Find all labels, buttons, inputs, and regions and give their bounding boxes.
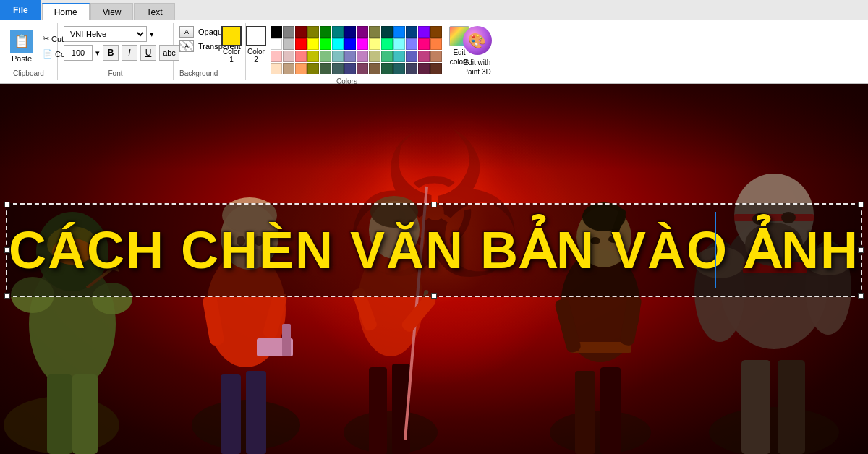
tab-home[interactable]: Home [42, 3, 90, 20]
font-group: VNI-Helve ▾ ▾ B I U abc Font [58, 23, 174, 80]
swatch-magenta[interactable] [357, 38, 368, 50]
scissors-icon: ✂ [43, 34, 49, 43]
tab-text[interactable]: Text [134, 3, 174, 20]
text-cursor [715, 212, 716, 288]
swatch-white[interactable] [271, 38, 282, 50]
svg-rect-23 [282, 324, 291, 356]
swatch-red[interactable] [295, 38, 307, 50]
swatch-navy[interactable] [344, 26, 356, 38]
paste-icon: 📋 [10, 30, 33, 53]
swatch-teal[interactable] [332, 26, 344, 38]
ribbon: 📋 Paste ✂ Cut 📄 Copy Clipboard VNI-Helve [0, 20, 868, 84]
swatch-yellow[interactable] [307, 38, 319, 50]
swatch-lightorange[interactable] [295, 63, 307, 74]
swatch-lightpurple[interactable] [357, 51, 368, 62]
swatch-springgreen[interactable] [381, 38, 393, 50]
font-size-dropdown-icon: ▾ [95, 48, 100, 58]
swatch-khaki[interactable] [369, 51, 380, 62]
tab-view[interactable]: View [90, 3, 134, 20]
swatch-darkolive[interactable] [307, 63, 319, 74]
swatch-brown[interactable] [430, 26, 442, 38]
swatch-green[interactable] [320, 26, 331, 38]
font-label: Font [108, 69, 122, 77]
swatch-darkrose[interactable] [357, 63, 368, 74]
swatch-darknavy[interactable] [344, 63, 356, 74]
color2-swatch[interactable] [246, 26, 266, 46]
handle-bottommid[interactable] [431, 293, 437, 299]
tab-file[interactable]: File [0, 0, 41, 20]
swatch-darkteal2[interactable] [332, 63, 344, 74]
svg-rect-25 [369, 367, 387, 454]
paste-button[interactable]: 📋 Paste [6, 26, 38, 67]
swatch-lightpink[interactable] [271, 51, 282, 62]
swatch-silver[interactable] [283, 38, 294, 50]
swatch-tan[interactable] [430, 51, 442, 62]
swatch-darksienna[interactable] [430, 63, 442, 74]
swatch-brightblue[interactable] [344, 38, 356, 50]
swatch-slategray[interactable] [406, 63, 417, 74]
tab-bar: File Home View Text [0, 0, 868, 20]
swatch-medbluepurple[interactable] [406, 51, 417, 62]
bold-button[interactable]: B [103, 45, 119, 61]
swatch-orange[interactable] [430, 38, 442, 50]
clipboard-label: Clipboard [13, 69, 44, 77]
swatch-purple[interactable] [357, 26, 368, 38]
transparent-icon: A [179, 40, 194, 52]
handle-midright[interactable] [858, 247, 864, 253]
swatch-cyan[interactable] [332, 38, 344, 50]
paint3d-label[interactable]: Edit with Paint 3D [454, 58, 500, 77]
swatch-darktan[interactable] [283, 63, 294, 74]
color1-swatch[interactable] [221, 26, 242, 46]
swatch-deepaquamarine[interactable] [393, 63, 405, 74]
swatch-peach[interactable] [271, 63, 282, 74]
swatch-lightgreen[interactable] [320, 51, 331, 62]
swatch-maroon[interactable] [295, 26, 307, 38]
character-third [311, 150, 470, 454]
svg-rect-7 [47, 374, 72, 454]
color-palette [271, 26, 442, 74]
paste-label: Paste [12, 54, 32, 63]
swatch-hotpink[interactable] [418, 38, 430, 50]
swatch-darkteal[interactable] [381, 26, 393, 38]
swatch-blue[interactable] [393, 26, 405, 38]
underline-button[interactable]: U [140, 45, 156, 61]
swatch-rose[interactable] [418, 51, 430, 62]
swatch-medcyan[interactable] [393, 51, 405, 62]
swatch-gray[interactable] [283, 26, 294, 38]
italic-button[interactable]: I [122, 45, 137, 61]
handle-topmid[interactable] [431, 202, 437, 207]
swatch-olive[interactable] [307, 26, 319, 38]
handle-bottomright[interactable] [858, 293, 864, 299]
swatch-rosegray[interactable] [283, 51, 294, 62]
font-name-select[interactable]: VNI-Helve [64, 26, 147, 42]
swatch-lightblue[interactable] [406, 38, 417, 50]
swatch-darkyellow[interactable] [369, 26, 380, 38]
swatch-forestgreen[interactable] [381, 63, 393, 74]
swatch-lightcyan[interactable] [393, 38, 405, 50]
svg-rect-47 [741, 360, 770, 454]
swatch-lightaquamarine[interactable] [332, 51, 344, 62]
opaque-icon: A [179, 26, 194, 38]
svg-rect-12 [221, 374, 241, 454]
swatch-darkgreen[interactable] [320, 63, 331, 74]
swatch-salmon[interactable] [295, 51, 307, 62]
swatch-black[interactable] [271, 26, 282, 38]
swatch-darkbrown[interactable] [369, 63, 380, 74]
handle-bottomleft[interactable] [4, 293, 10, 299]
character-fifth [680, 150, 868, 454]
swatch-darkyellow2[interactable] [307, 51, 319, 62]
swatch-lime[interactable] [320, 38, 331, 50]
swatch-medgreen[interactable] [381, 51, 393, 62]
clipboard-group: 📋 Paste ✂ Cut 📄 Copy Clipboard [0, 23, 58, 80]
swatch-darkblue[interactable] [406, 26, 417, 38]
handle-topright[interactable] [858, 202, 864, 207]
svg-rect-36 [600, 367, 621, 454]
swatch-lightyellow[interactable] [369, 38, 380, 50]
handle-midleft[interactable] [4, 247, 10, 253]
font-size-input[interactable] [64, 45, 93, 61]
swatch-violet[interactable] [418, 26, 430, 38]
handle-topleft[interactable] [4, 202, 10, 207]
text-selection-box[interactable]: CÁCH CHÈN VĂN BẢN VÀO ẢNH [6, 203, 862, 297]
swatch-medblue[interactable] [344, 51, 356, 62]
swatch-darkmaroon[interactable] [418, 63, 430, 74]
